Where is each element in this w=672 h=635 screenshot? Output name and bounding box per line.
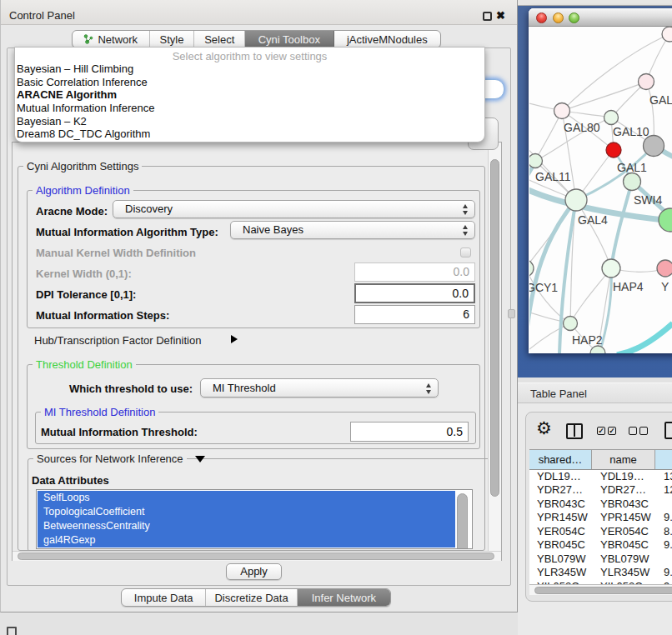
settings-horizontal-scrollbar[interactable] xyxy=(13,551,501,561)
zoom-window-icon[interactable] xyxy=(569,12,579,23)
attribute-list-item[interactable]: BetweennessCentrality xyxy=(38,519,457,533)
network-node[interactable] xyxy=(624,173,641,191)
table-header-row: shared…nameA xyxy=(529,450,672,470)
table-cell: YER054C xyxy=(592,525,655,538)
network-node[interactable] xyxy=(565,189,587,211)
network-node[interactable] xyxy=(604,111,619,125)
attribute-list-scroll-thumb[interactable] xyxy=(457,493,468,549)
attribute-list-item[interactable]: SelfLoops xyxy=(38,491,457,505)
column-header[interactable]: shared… xyxy=(529,450,592,469)
aracne-mode-select[interactable]: Discovery xyxy=(113,200,475,218)
sources-collapse-icon[interactable] xyxy=(195,456,205,462)
apply-button[interactable]: Apply xyxy=(226,563,282,580)
network-node[interactable] xyxy=(644,136,664,157)
mi-threshold-label: Mutual Information Threshold: xyxy=(41,426,198,438)
network-node[interactable] xyxy=(554,103,570,119)
table-row[interactable]: YDR27…YDR27…12 xyxy=(529,483,672,497)
dpi-tolerance-input[interactable]: 0.0 xyxy=(354,283,475,303)
table-row[interactable]: YBR043CYBR043C xyxy=(529,498,672,511)
network-node[interactable] xyxy=(639,74,654,90)
network-node[interactable] xyxy=(659,208,672,232)
mi-threshold-input[interactable]: 0.5 xyxy=(350,422,469,442)
algorithm-option[interactable]: Basic Correlation Inference xyxy=(17,76,486,89)
node-label: GAL80 xyxy=(564,121,600,134)
algorithm-option[interactable]: Bayesian – K2 xyxy=(17,115,486,128)
mi-type-select[interactable]: Naive Bayes xyxy=(230,221,475,239)
network-node[interactable] xyxy=(657,260,672,277)
network-edge[interactable] xyxy=(611,182,632,268)
settings-vertical-scroll-thumb[interactable] xyxy=(490,159,499,497)
which-threshold-select[interactable]: MI Threshold xyxy=(200,378,439,398)
network-window-titlebar[interactable] xyxy=(529,8,672,27)
select-all-icon[interactable]: ✓ ✓ xyxy=(597,427,616,435)
network-node[interactable] xyxy=(564,317,578,331)
algorithm-option[interactable]: Dream8 DC_TDC Algorithm xyxy=(17,128,486,141)
node-label: GAL10 xyxy=(613,125,649,138)
table-cell: 13 xyxy=(655,470,672,483)
hub-expand-icon[interactable] xyxy=(231,335,238,343)
settings-vertical-scrollbar[interactable] xyxy=(488,143,501,551)
algorithm-option[interactable]: ARACNE Algorithm xyxy=(17,88,486,102)
node-table: shared…nameA YDL19…YDL19…13YDR27…YDR27…1… xyxy=(529,449,672,594)
network-node[interactable] xyxy=(606,142,621,158)
split-columns-icon[interactable] xyxy=(566,423,583,439)
document-icon[interactable] xyxy=(664,422,672,439)
table-cell: YDR27… xyxy=(529,483,592,497)
table-row[interactable]: YPR145WYPR145W9. xyxy=(529,511,672,524)
minimize-window-icon[interactable] xyxy=(553,12,564,23)
attribute-list-item[interactable]: gal4RGexp xyxy=(38,533,457,548)
tab-label: Style xyxy=(160,33,184,46)
gear-icon[interactable]: ⚙ xyxy=(536,418,552,438)
network-edge[interactable] xyxy=(570,268,611,323)
kernel-width-input[interactable]: 0.0 xyxy=(354,262,475,282)
hidden-panel-float-icon[interactable] xyxy=(7,627,17,635)
float-panel-icon[interactable] xyxy=(483,12,492,21)
network-node[interactable] xyxy=(590,346,605,353)
settings-scrollview: Cyni Algorithm Settings Algorithm Defini… xyxy=(12,142,488,551)
table-row[interactable]: YLR345WYLR345W9. xyxy=(529,566,672,579)
network-edge[interactable] xyxy=(562,82,646,111)
column-header[interactable]: A xyxy=(655,450,672,469)
algorithm-option[interactable]: Bayesian – Hill Climbing xyxy=(17,62,486,76)
table-cell: YBL079W xyxy=(529,552,592,566)
tab-select[interactable]: Select xyxy=(194,31,245,48)
table-row[interactable]: YBR045CYBR045C9. xyxy=(529,538,672,552)
tab-discretize-data[interactable]: Discretize Data xyxy=(206,589,297,606)
table-cell: YPR145W xyxy=(529,511,592,524)
table-row[interactable]: YER054CYER054C8. xyxy=(529,525,672,538)
tab-infer-network[interactable]: Infer Network xyxy=(298,589,390,606)
tab-style[interactable]: Style xyxy=(150,31,195,48)
settings-horizontal-scroll-thumb[interactable] xyxy=(18,552,494,560)
network-edge[interactable] xyxy=(617,323,672,353)
column-header[interactable]: name xyxy=(592,450,655,469)
tab-cyni-toolbox[interactable]: Cyni Toolbox xyxy=(245,31,334,48)
table-horizontal-scrollbar[interactable] xyxy=(529,584,672,595)
aracne-mode-label: Aracne Mode: xyxy=(36,205,108,218)
aracne-mode-value: Discovery xyxy=(125,202,173,215)
data-attributes-list[interactable]: SelfLoopsTopologicalCoefficientBetweenne… xyxy=(36,489,473,549)
network-node[interactable] xyxy=(662,27,672,42)
table-horizontal-scroll-thumb[interactable] xyxy=(534,587,672,594)
tab-impute-data[interactable]: Impute Data xyxy=(122,589,206,606)
attribute-list-item[interactable]: TopologicalCoefficient xyxy=(38,505,457,519)
algorithm-option[interactable]: Mutual Information Inference xyxy=(17,102,486,115)
tab-label: Cyni Toolbox xyxy=(258,33,320,46)
control-panel-tabs: NetworkStyleSelectCyni ToolboxjActiveMNo… xyxy=(72,30,441,48)
tab-jactivemnodules[interactable]: jActiveMNodules xyxy=(334,31,440,48)
network-canvas[interactable]: GALGAL80GAL10GAL1GAL11SWI4GAL4GCY1HAP4YH… xyxy=(529,27,672,353)
attribute-list-scrollbar[interactable] xyxy=(455,491,471,549)
table-row[interactable]: YBL079WYBL079W xyxy=(529,552,672,566)
algorithm-dropdown-popup: Select algorithm to view settings Bayesi… xyxy=(14,47,485,142)
split-pane-grip[interactable] xyxy=(508,309,515,318)
deselect-all-icon[interactable] xyxy=(629,427,648,435)
close-panel-icon[interactable]: ✖ xyxy=(496,9,505,22)
mi-steps-input[interactable]: 6 xyxy=(354,305,475,324)
network-node[interactable] xyxy=(529,154,543,168)
network-node[interactable] xyxy=(602,259,620,278)
close-window-icon[interactable] xyxy=(536,12,547,23)
table-cell: YBL079W xyxy=(592,552,655,566)
manual-kernel-checkbox[interactable] xyxy=(460,248,471,258)
table-row[interactable]: YDL19…YDL19…13 xyxy=(529,470,672,483)
network-node[interactable] xyxy=(529,260,534,277)
tab-network[interactable]: Network xyxy=(73,31,150,48)
